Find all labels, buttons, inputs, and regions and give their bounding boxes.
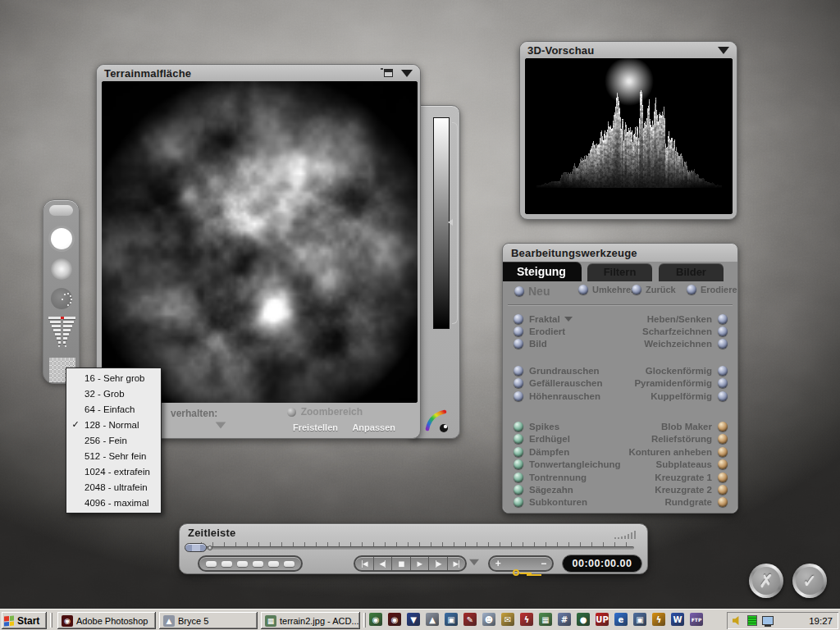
ftp-icon[interactable]: FTP [690,613,703,626]
hard-brush-button[interactable] [51,228,72,249]
timeline-scrubber-knob[interactable] [208,546,212,550]
memory-dot-button[interactable] [268,561,279,567]
menu-item-4096[interactable]: 4096 - maximal [66,495,161,511]
taskbar-task-bryce[interactable]: ▲Bryce 5 [159,612,258,629]
menu-item-1024[interactable]: 1024 - extrafein [66,464,161,480]
go-start-button[interactable]: |◀ [355,557,374,570]
memory-dot-button[interactable] [237,561,248,567]
tool-button-rundgrate[interactable]: Rundgrate [621,497,713,507]
fit-button[interactable]: Anpassen [352,422,395,432]
tool-button-subkonturen[interactable]: Subkonturen [529,497,621,507]
bryce-mountain-icon[interactable]: ▲ [426,613,439,626]
menu-item-32[interactable]: 32 - Grob [66,386,161,401]
tab-filtern[interactable]: Filtern [587,263,652,281]
tool-ball-icon[interactable] [514,447,523,457]
preview-render-area[interactable] [525,58,733,214]
memory-dot-button[interactable] [206,561,217,567]
tool-ball-icon[interactable] [514,497,523,507]
crop-button[interactable]: Freistellen [293,422,338,432]
tool-button-glockenf-rmig[interactable]: Glockenförmig [621,366,713,376]
tool-button-weichzeichnen[interactable]: Weichzeichnen [621,339,713,349]
tool-button-bild[interactable]: Bild [529,339,621,349]
tool-ball-icon[interactable] [718,326,728,336]
tool-button-grundrauschen[interactable]: Grundrauschen [529,366,621,376]
tool-ball-icon[interactable] [514,485,523,495]
tool-button-erodiert[interactable]: Erodiert [529,326,621,336]
tool-ball-icon[interactable] [718,391,728,401]
menu-item-512[interactable]: 512 - Sehr fein [66,449,161,464]
tool-ball-icon[interactable] [514,314,523,324]
color-mapping-button[interactable] [424,408,449,437]
mail-sync-icon[interactable]: ✉ [501,613,514,626]
tool-ball-icon[interactable] [718,339,728,349]
tool-button-d-mpfen[interactable]: Dämpfen [529,447,621,457]
toolbar-drag-handle[interactable] [49,205,73,216]
step-back-button[interactable]: ◀| [374,557,393,570]
tool-button-h-henrauschen[interactable]: Höhenrauschen [529,391,621,401]
tool-ball-icon[interactable] [718,497,728,507]
menu-item-64[interactable]: 64 - Einfach [66,401,161,417]
tool-button-tonwertangleichung[interactable]: Tonwertangleichung [529,459,621,469]
terrain-paint-canvas[interactable] [102,81,418,403]
timeline-dropdown-icon[interactable] [469,559,479,566]
tool-button-tontrennung[interactable]: Tontrennung [529,472,621,482]
tab-steigung[interactable]: Steigung [503,262,582,281]
confirm-button[interactable]: ✓ [792,564,827,598]
tool-ball-icon[interactable] [514,378,523,388]
upx-icon[interactable]: UP [596,613,609,626]
lightning-icon[interactable]: ϟ [652,613,665,626]
memory-dot-button[interactable] [221,561,232,567]
taskbar-task-photoshop[interactable]: ◉Adobe Photoshop [57,612,156,629]
tool-button-spikes[interactable]: Spikes [529,422,621,431]
action-zurück[interactable]: Zurück [632,285,676,294]
tab-bilder[interactable]: Bilder [659,263,724,281]
network-computer-icon[interactable]: # [558,613,571,626]
tool-ball-icon[interactable] [718,447,728,457]
tool-ball-icon[interactable] [514,472,523,482]
paint-tool-icon[interactable]: ✎ [463,613,477,626]
tool-ball-icon[interactable] [514,391,523,401]
remove-keyframe-button[interactable]: − [535,557,552,570]
terrain-titlebar[interactable]: Terrainmalfläche [97,65,420,81]
step-forward-button[interactable]: |▶ [429,557,448,570]
tool-ball-icon[interactable] [514,459,523,469]
acdsee-eye-icon[interactable]: ◉ [369,613,382,626]
tool-button-kreuzgrate-2[interactable]: Kreuzgrate 2 [621,485,713,495]
tool-ball-icon[interactable] [718,366,728,376]
tool-ball-icon[interactable] [718,378,728,388]
landscape-photo-icon[interactable]: ▦ [539,613,552,626]
taskbar-grip[interactable] [363,613,366,628]
preview-titlebar[interactable]: 3D-Vorschau [520,42,737,58]
user-icon[interactable]: ☻ [482,613,495,626]
tool-button-s-gezahn[interactable]: Sägezahn [529,485,621,495]
taskbar-task-acdsee[interactable]: ▦terrain2.jpg - ACD... [261,612,360,629]
tool-button-pyramidenf-rmig[interactable]: Pyramidenförmig [621,378,713,388]
tool-button-erdh-gel[interactable]: Erdhügel [529,434,621,444]
stop-button[interactable]: ■ [392,557,411,570]
tool-ball-icon[interactable] [718,422,728,431]
zoom-area-toggle[interactable]: Zoombereich [287,406,363,418]
tool-button-fraktal[interactable]: Fraktal [529,314,621,324]
menu-item-2048[interactable]: 2048 - ultrafein [66,480,161,495]
tool-button-konturen-anheben[interactable]: Konturen anheben [621,447,713,457]
timeline-scrubber-handle[interactable] [185,543,207,552]
fraktal-dropdown-icon[interactable] [564,317,573,322]
menu-item-256[interactable]: 256 - Fein [66,432,161,448]
taskbar-grip[interactable] [50,613,52,628]
behavior-dropdown-icon[interactable] [216,422,226,428]
shield-download-icon[interactable]: ▼ [407,613,420,626]
running-man-icon[interactable]: ϟ [520,613,533,626]
tools-titlebar[interactable]: Bearbeitungswerkzeuge [503,244,737,262]
elevation-gradient-bar[interactable] [433,117,450,329]
photoshop-eye-icon[interactable]: ◉ [388,613,401,626]
resource-meter-icon[interactable] [747,615,757,626]
tool-ball-icon[interactable] [514,339,523,349]
tool-ball-icon[interactable] [514,422,523,431]
cancel-button[interactable]: ✗ [749,564,783,598]
terrain-dropdown-icon[interactable] [401,70,413,77]
tool-ball-icon[interactable] [718,434,728,444]
memory-dot-button[interactable] [284,561,294,567]
timeline-track[interactable] [189,546,634,550]
tool-ball-icon[interactable] [718,485,728,495]
memory-dot-button[interactable] [253,561,263,567]
